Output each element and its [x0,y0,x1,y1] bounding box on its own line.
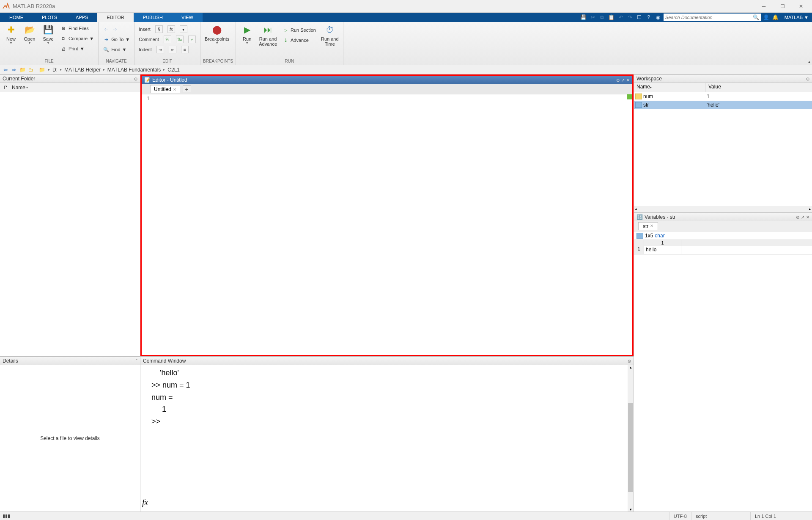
addons-icon[interactable]: ◉ [654,14,662,21]
paste-icon[interactable]: 📋 [608,14,615,21]
help-icon[interactable]: ? [645,14,653,21]
crumb-2[interactable]: MATLAB Fundamentals [107,67,161,73]
switch-windows-icon[interactable]: ☐ [636,14,643,21]
addr-forward-icon[interactable]: ⇨ [10,66,18,73]
tab-apps[interactable]: APPS [66,13,97,22]
cut-icon[interactable]: ✂ [589,14,597,21]
workspace-menu-icon[interactable]: ⊙ [806,77,809,81]
indent-button[interactable]: Indent ⇥ ⇤ ≡ [137,45,198,54]
breakpoints-icon: ⬤ [211,24,223,36]
addr-up-icon[interactable]: 📁 [19,66,26,73]
code-analyzer-ok-icon[interactable] [627,94,632,99]
variables-undock-icon[interactable]: ↗ [801,215,804,220]
redo-icon[interactable]: ↷ [626,14,634,21]
search-documentation[interactable]: 🔍 [664,14,761,21]
crumb-3[interactable]: C2L1 [167,67,180,73]
run-and-advance-button[interactable]: ⏭ Run and Advance [257,23,279,47]
variables-tab-close-icon[interactable]: ✕ [650,223,653,229]
signin-icon[interactable]: 👤 [763,14,770,21]
tab-publish[interactable]: PUBLISH [134,13,172,22]
tab-home[interactable]: HOME [0,13,33,22]
variables-header[interactable]: 🔢 Variables - str ⊙ ↗ ✕ [634,213,812,221]
save-button[interactable]: 💾 Save▼ [40,23,57,45]
details-collapse-icon[interactable]: ˇ [136,359,137,363]
workspace-columns[interactable]: Name▾ Value [634,83,812,92]
indent-right-icon[interactable]: ⇥ [156,46,164,53]
breakpoints-button[interactable]: ⬤ Breakpoints▼ [203,23,231,45]
editor-text-area[interactable] [152,94,632,355]
current-folder-list[interactable] [0,92,140,356]
crumb-drive[interactable]: D: [52,67,58,73]
editor-add-tab-button[interactable]: + [183,85,191,93]
indent-left-icon[interactable]: ⇤ [169,46,176,53]
undo-icon[interactable]: ↶ [617,14,625,21]
editor-tab-untitled[interactable]: Untitled✕ [150,85,180,93]
command-menu-icon[interactable]: ⊙ [628,359,631,363]
nav-back-fwd[interactable]: ⇦⇨ [101,25,132,34]
panel-menu-icon[interactable]: ⊙ [134,77,137,81]
insert-fx-icon[interactable]: fx [167,25,175,33]
run-section-button[interactable]: ▷Run Section [280,25,318,35]
goto-button[interactable]: ➔Go To ▼ [101,35,132,44]
search-input[interactable] [665,15,753,20]
notification-icon[interactable]: 🔔 [772,14,779,21]
print-button[interactable]: 🖨Print ▼ [58,44,96,53]
comment-remove-icon[interactable]: ‰ [176,36,184,43]
collapse-toolstrip-icon[interactable]: ▴ [808,59,810,64]
workspace-row-str[interactable]: str 'hello' [634,101,812,109]
crumb-1[interactable]: MATLAB Helper [64,67,101,73]
user-menu[interactable]: MATLAB ▼ [785,15,809,20]
comment-add-icon[interactable]: % [164,36,171,43]
editor-menu-icon[interactable]: ⊙ [616,78,620,83]
command-window-header[interactable]: Command Window ⊙ [140,357,634,365]
variable-grid[interactable]: 1 1 hello [634,240,812,512]
variable-cell[interactable]: hello [644,246,681,254]
save-icon[interactable]: 💾 [580,14,587,21]
comment-button[interactable]: Comment % ‰ ⤶ [137,35,198,44]
command-scroll-thumb[interactable] [628,403,633,492]
editor-header[interactable]: 📝 Editor - Untitled ⊙ ↗ ✕ [142,76,632,84]
run-and-time-button[interactable]: ⏱ Run and Time [319,23,340,47]
details-header[interactable]: Details ˇ [0,357,140,365]
find-files-button[interactable]: 🗎Find Files [58,24,96,33]
tab-editor[interactable]: EDITOR [97,13,133,22]
current-folder-header[interactable]: Current Folder ⊙ [0,74,140,83]
addr-browse-icon[interactable]: 🗀 [27,66,35,73]
workspace-list[interactable]: num 1 str 'hello' [634,92,812,206]
search-icon[interactable]: 🔍 [753,14,759,20]
insert-button[interactable]: Insert § fx ▾ [137,25,198,34]
run-button[interactable]: ▶ Run▼ [239,23,255,45]
workspace-hscroll[interactable]: ◂ ▸ [634,206,812,212]
addr-back-icon[interactable]: ⇦ [2,66,9,73]
fx-icon[interactable]: fx [142,495,148,509]
minimize-button[interactable]: ─ [754,0,773,12]
insert-section-icon[interactable]: § [155,25,163,33]
workspace-row-num[interactable]: num 1 [634,92,812,101]
editor-body[interactable]: 1 [142,94,632,355]
open-button[interactable]: 📂 Open▼ [21,23,38,45]
tab-plots[interactable]: PLOTS [33,13,66,22]
maximize-button[interactable]: ☐ [773,0,792,12]
editor-close-icon[interactable]: ✕ [626,78,630,83]
indent-smart-icon[interactable]: ≡ [181,46,189,53]
copy-icon[interactable]: ⧉ [598,14,606,21]
new-button[interactable]: ✚ New▼ [3,23,19,45]
workspace-header[interactable]: Workspace ⊙ [634,74,812,83]
editor-tab-close-icon[interactable]: ✕ [173,87,176,92]
tab-view[interactable]: VIEW [172,13,203,22]
insert-more-icon[interactable]: ▾ [180,25,187,33]
command-window-body[interactable]: 'hello' >> num = 1 num = 1 fx>> ▴ ▾ [140,365,634,512]
editor-undock-icon[interactable]: ↗ [621,78,625,83]
variables-tab-str[interactable]: str✕ [638,222,658,230]
advance-button[interactable]: ⇣Advance [280,36,318,45]
current-folder-column-header[interactable]: 🗋 Name▾ [0,83,140,92]
variable-type-link[interactable]: char [655,233,664,239]
close-button[interactable]: ✕ [792,0,810,12]
find-button[interactable]: 🔍Find ▼ [101,45,132,54]
variables-menu-icon[interactable]: ⊙ [796,215,799,220]
status-encoding[interactable]: UTF-8 [669,512,691,520]
compare-button[interactable]: ⧉Compare ▼ [58,34,96,43]
variables-close-icon[interactable]: ✕ [806,215,809,220]
comment-wrap-icon[interactable]: ⤶ [188,36,196,43]
command-scrollbar[interactable]: ▴ ▾ [628,365,634,512]
